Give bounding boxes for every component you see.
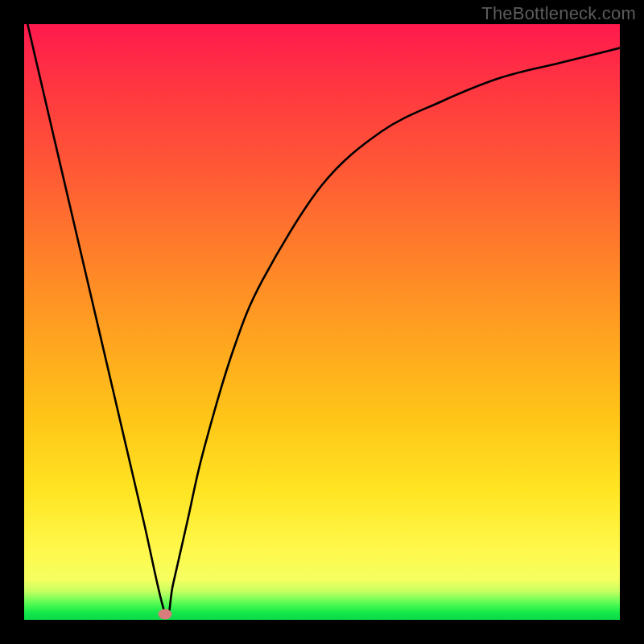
curve-min-marker (159, 609, 172, 619)
bottleneck-curve (24, 24, 620, 620)
chart-frame: TheBottleneck.com (0, 0, 644, 644)
plot-area (24, 24, 620, 620)
watermark-text: TheBottleneck.com (481, 3, 636, 24)
